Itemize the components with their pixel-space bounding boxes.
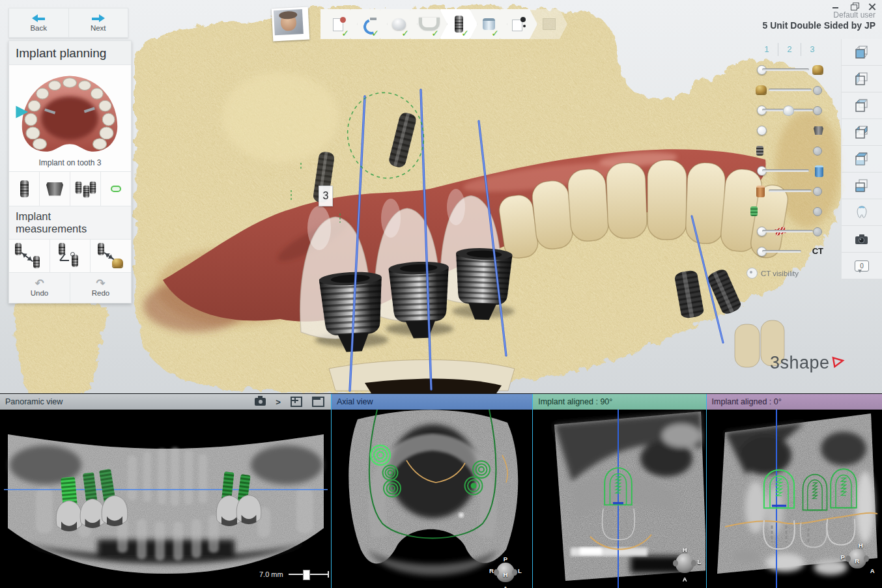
- orient-head: H: [683, 546, 687, 553]
- main-3d-viewport[interactable]: [0, 0, 882, 393]
- tab-3[interactable]: 3: [801, 43, 823, 56]
- check-icon: ✓: [401, 28, 409, 38]
- panoramic-view-header[interactable]: Panoramic view >: [0, 394, 331, 410]
- orient-head: H: [503, 571, 507, 578]
- view-front-cube-icon: [854, 44, 870, 60]
- slider-implant-visibility[interactable]: [756, 141, 823, 161]
- view-bottom-cube-icon: [854, 178, 870, 193]
- undo-button[interactable]: ↶ Undo: [9, 273, 70, 303]
- view-left-cube-button[interactable]: [842, 92, 882, 119]
- slice-thickness-label: 7.0 mm: [259, 570, 283, 578]
- slider-cylinder-visibility[interactable]: [756, 181, 823, 201]
- view-back-cube-button[interactable]: [842, 66, 882, 92]
- slider-ct-slice-visibility[interactable]: CT: [756, 242, 823, 262]
- view-orientation-toolbar: 0: [841, 39, 882, 279]
- slider-sleeve-visibility[interactable]: [756, 161, 823, 181]
- restore-icon[interactable]: [849, 3, 859, 10]
- implant-aligned-90-canvas[interactable]: H L A: [533, 410, 705, 588]
- view-right-cube-button[interactable]: [842, 119, 882, 146]
- grid-layout-icon[interactable]: [291, 397, 302, 407]
- slider-tooth-visibility[interactable]: [756, 100, 823, 120]
- tool-implant-to-crown[interactable]: [91, 240, 131, 272]
- slider-bone-visibility[interactable]: [756, 60, 823, 80]
- minimize-icon[interactable]: [831, 3, 840, 10]
- slider-abutment-visibility[interactable]: [756, 120, 823, 141]
- ct-visibility-toggle[interactable]: CT visibility: [747, 268, 831, 279]
- orient-posterior: P: [504, 555, 507, 563]
- tool-implant-distance[interactable]: [9, 240, 50, 272]
- user-name: Default user: [763, 10, 875, 20]
- panoramic-view-panel: Panoramic view >: [0, 394, 331, 588]
- ct-visibility-icon: [747, 268, 758, 279]
- undo-label: Undo: [31, 289, 49, 297]
- implant-aligned-0-header[interactable]: Implant aligned : 0°: [707, 394, 882, 410]
- implant-aligned-90-header[interactable]: Implant aligned : 90°: [533, 394, 705, 410]
- cylinder-orange-icon: [756, 186, 765, 197]
- expand-arrow-icon[interactable]: >: [276, 397, 281, 407]
- redo-button[interactable]: ↷ Redo: [70, 273, 131, 303]
- implant-sleeve-icon: [111, 186, 121, 192]
- tab-2[interactable]: 2: [778, 43, 801, 56]
- back-button[interactable]: Back: [9, 8, 68, 37]
- logo-arrow-icon: [832, 355, 845, 368]
- view-bottom-cube-button[interactable]: [842, 173, 882, 199]
- implant-axis-line: [618, 410, 619, 588]
- implant-icon: [20, 180, 29, 197]
- patient-photo-step[interactable]: [272, 7, 310, 42]
- slice-thickness-handle[interactable]: [303, 570, 310, 580]
- ct-label: CT: [812, 246, 823, 256]
- implant-aligned-0-canvas[interactable]: H P R A: [707, 410, 882, 588]
- nav-buttons: Back Next: [8, 8, 128, 38]
- screenshot-icon[interactable]: [255, 398, 266, 406]
- slider-handle[interactable]: [757, 126, 767, 135]
- next-button[interactable]: Next: [68, 8, 128, 37]
- tooth-number-badge: 3: [319, 186, 333, 206]
- tool-implant[interactable]: [9, 172, 39, 206]
- step-order-form[interactable]: ✓: [320, 9, 358, 39]
- orientation-marker: P R L H A: [491, 555, 520, 588]
- ct-visibility-label: CT visibility: [761, 270, 799, 277]
- slider-handle[interactable]: [813, 106, 822, 115]
- axial-view-canvas[interactable]: P R L H A: [332, 410, 532, 588]
- screenshot-camera-button[interactable]: [842, 226, 882, 253]
- implant-to-crown-icon: [95, 243, 126, 269]
- implant-dark-icon: [756, 146, 763, 156]
- slider-handle[interactable]: [813, 187, 822, 196]
- axial-view-header[interactable]: Axial view: [332, 394, 532, 410]
- crown-gold-icon: [756, 85, 767, 94]
- tool-implant-with-sleeve[interactable]: [101, 172, 131, 206]
- workflow-steps: ✓ ✓ ✓ ✓ ✓ ✓: [320, 9, 567, 39]
- close-icon[interactable]: [868, 3, 877, 10]
- bottom-views: Panoramic view >: [0, 393, 882, 588]
- tool-implant-angle[interactable]: [50, 240, 91, 272]
- slider-planned-implant-visibility[interactable]: [756, 201, 823, 221]
- slice-thickness-track[interactable]: [289, 574, 329, 575]
- tooth-view-button[interactable]: [842, 199, 882, 226]
- view-top-cube-button[interactable]: [842, 146, 882, 173]
- implant-tools: [9, 172, 131, 206]
- measurement-tools: [9, 240, 131, 273]
- sleeve-blue-icon: [815, 165, 823, 177]
- slider-handle[interactable]: [813, 86, 822, 95]
- orient-left: L: [697, 558, 701, 565]
- view-front-cube-button[interactable]: [842, 39, 882, 66]
- patient-photo-icon: [274, 9, 304, 35]
- single-layout-icon[interactable]: [312, 397, 324, 407]
- tool-multiple-implants[interactable]: [70, 172, 100, 206]
- arch-preview: [9, 65, 131, 156]
- slider-drill-visibility[interactable]: [756, 221, 823, 242]
- abutment-icon: [46, 182, 63, 196]
- slider-handle[interactable]: [813, 227, 822, 236]
- tab-1[interactable]: 1: [756, 43, 778, 56]
- slider-handle[interactable]: [813, 207, 822, 216]
- visibility-sliders-panel: 1 2 3: [756, 43, 823, 262]
- slider-crown-visibility[interactable]: [756, 80, 823, 100]
- tooth-icon: [783, 105, 794, 116]
- slider-handle[interactable]: [813, 147, 822, 156]
- comments-button[interactable]: 0: [842, 253, 882, 279]
- multiple-implants-icon: [74, 179, 96, 199]
- tool-abutment[interactable]: [40, 172, 70, 206]
- undo-redo: ↶ Undo ↷ Redo: [9, 273, 131, 303]
- check-icon: ✓: [341, 28, 349, 38]
- panoramic-view-canvas[interactable]: 7.0 mm: [0, 410, 331, 588]
